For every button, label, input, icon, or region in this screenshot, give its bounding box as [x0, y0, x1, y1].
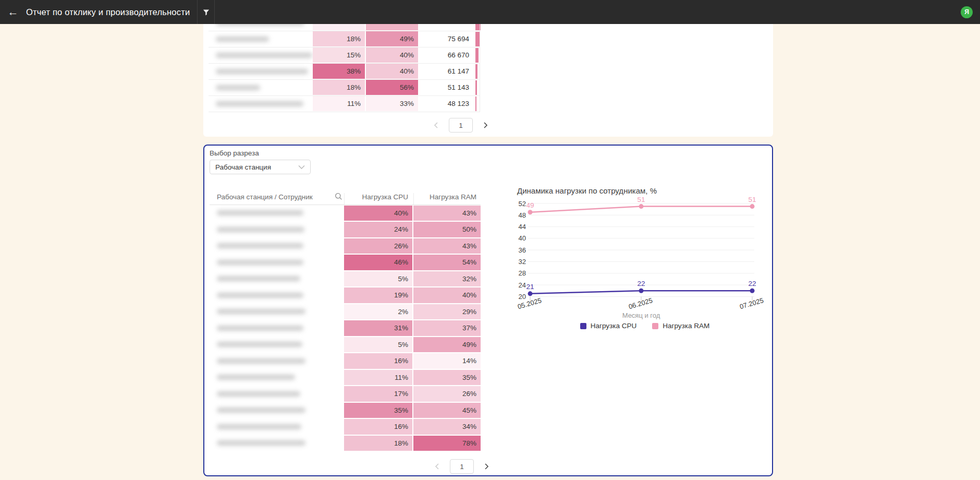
workstation-name-cell[interactable] — [209, 96, 312, 111]
count-cell: 61 147 — [419, 64, 473, 79]
ram-load-cell: 37% — [413, 320, 481, 336]
workstation-name-cell[interactable] — [210, 403, 340, 418]
table-row: 40%43% — [210, 206, 481, 222]
data-point[interactable] — [528, 291, 533, 296]
count-minibar — [475, 48, 479, 63]
workstation-name-cell[interactable] — [210, 206, 340, 221]
y-tick-label: 32 — [519, 258, 526, 266]
page-number-input[interactable]: 1 — [450, 459, 474, 474]
workstation-name-cell[interactable] — [209, 31, 312, 46]
table-row: 2%29% — [210, 304, 481, 321]
workstation-name-cell[interactable] — [210, 271, 340, 287]
column-header-workstation: Рабочая станция / Сотрудник — [217, 193, 313, 201]
ram-load-cell: 78% — [413, 436, 481, 451]
y-tick-label: 52 — [519, 200, 526, 208]
legend-swatch — [652, 323, 658, 329]
data-point[interactable] — [750, 289, 755, 293]
line-chart-svg: 20242832364044485205.202506.202507.2025М… — [514, 194, 775, 321]
workstation-name-cell[interactable] — [210, 419, 340, 435]
redacted-name — [217, 243, 303, 248]
page-title: Отчет по отклику и производительности — [26, 7, 190, 17]
filter-button[interactable] — [198, 0, 214, 24]
slice-dropdown[interactable]: Рабочая станция — [210, 160, 311, 174]
data-point[interactable] — [750, 204, 755, 209]
y-tick-label: 24 — [519, 281, 526, 289]
workstation-name-cell[interactable] — [210, 287, 340, 303]
redacted-name — [217, 276, 300, 281]
redacted-name — [217, 342, 302, 347]
next-page-button[interactable] — [480, 118, 491, 133]
table-row: 38%40%61 147 — [209, 64, 480, 80]
redacted-name — [217, 375, 295, 380]
ram-load-cell: 43% — [413, 238, 481, 254]
cpu-load-cell: 17% — [344, 386, 412, 402]
prev-page-button[interactable] — [431, 118, 442, 133]
bottom-pagination: 1 — [432, 459, 492, 474]
table-row: 15%40%66 670 — [209, 47, 480, 64]
table-row: 5%32% — [210, 271, 481, 288]
workstation-name-cell[interactable] — [210, 255, 340, 270]
workstation-name-cell[interactable] — [210, 370, 340, 386]
chevron-right-icon — [483, 463, 489, 470]
ram-load-cell: 54% — [413, 255, 481, 270]
redacted-name — [217, 293, 303, 298]
data-point[interactable] — [639, 289, 644, 293]
page-number-input[interactable]: 1 — [449, 118, 473, 133]
cpu-load-cell: 11% — [344, 370, 412, 386]
avatar[interactable]: Я — [961, 6, 973, 18]
ram-load-cell: 45% — [413, 403, 481, 418]
workstation-name-cell[interactable] — [210, 238, 340, 254]
bottom-table-header: Рабочая станция / Сотрудник Нагрузка CPU… — [210, 190, 481, 205]
redacted-name — [216, 37, 269, 42]
workstation-name-cell[interactable] — [210, 337, 340, 353]
redacted-name — [217, 326, 303, 331]
redacted-name — [216, 85, 260, 90]
cpu-load-cell: 40% — [344, 206, 412, 221]
legend-item-ram[interactable]: Нагрузка RAM — [652, 322, 709, 330]
data-point[interactable] — [639, 204, 644, 209]
data-point[interactable] — [528, 210, 533, 214]
y-tick-label: 44 — [519, 223, 526, 231]
workstation-name-cell[interactable] — [210, 436, 340, 451]
ram-load-cell: 43% — [413, 206, 481, 221]
data-point-label: 51 — [637, 196, 645, 203]
metric1-cell: 15% — [313, 47, 365, 63]
back-button[interactable]: ← — [0, 0, 26, 24]
metric1-cell: 38% — [313, 64, 365, 79]
chart-legend: Нагрузка CPUНагрузка RAM — [514, 322, 775, 330]
table-row: 18%78% — [210, 436, 481, 452]
legend-item-cpu[interactable]: Нагрузка CPU — [580, 322, 636, 330]
ram-load-cell: 49% — [413, 337, 481, 353]
x-axis-title: Месяц и год — [622, 311, 660, 319]
prev-page-button[interactable] — [432, 459, 443, 474]
workstation-name-cell[interactable] — [210, 353, 340, 369]
ram-load-cell: 26% — [413, 386, 481, 402]
data-point-label: 22 — [748, 280, 756, 287]
workstation-name-cell[interactable] — [209, 80, 312, 95]
divider — [214, 0, 215, 24]
cpu-load-cell: 5% — [344, 337, 412, 353]
workstation-name-cell[interactable] — [210, 222, 340, 237]
workstation-name-cell[interactable] — [210, 320, 340, 336]
next-page-button[interactable] — [481, 459, 492, 474]
ram-load-cell: 32% — [413, 271, 481, 287]
workstation-name-cell[interactable] — [210, 304, 340, 320]
table-row: 46%54% — [210, 255, 481, 271]
y-tick-label: 20 — [519, 293, 526, 301]
metric1-cell: 18% — [313, 31, 365, 46]
workstation-name-cell[interactable] — [209, 64, 312, 79]
table-row: 5%49% — [210, 337, 481, 354]
chevron-left-icon — [433, 122, 439, 129]
workstation-name-cell[interactable] — [210, 386, 340, 402]
redacted-name — [216, 69, 308, 74]
funnel-icon — [202, 8, 210, 16]
workstation-name-cell[interactable] — [209, 47, 312, 63]
table-row: 18%56%51 143 — [209, 80, 480, 96]
cpu-load-cell: 24% — [344, 222, 412, 237]
table-row: 19%40% — [210, 287, 481, 304]
search-icon[interactable] — [335, 193, 342, 202]
data-point-label: 49 — [526, 201, 534, 209]
slice-dropdown-value: Рабочая станция — [215, 163, 298, 171]
slice-selector-label: Выбор разреза — [210, 149, 259, 157]
y-tick-label: 36 — [519, 246, 526, 254]
